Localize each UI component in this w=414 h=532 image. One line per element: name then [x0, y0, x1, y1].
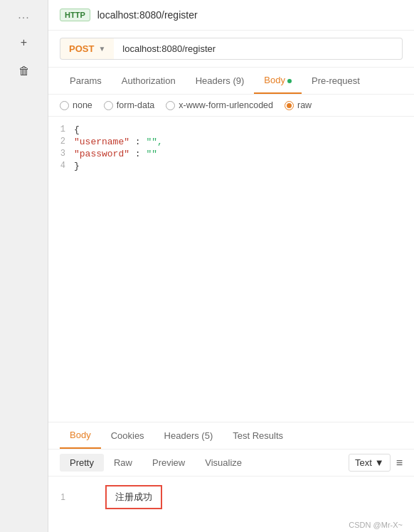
resp-tab-test-results[interactable]: Test Results — [223, 423, 293, 448]
radio-urlencoded-circle — [166, 101, 175, 110]
code-line-3: 3 "password" : "" — [48, 148, 414, 160]
resp-line-num: 1 — [48, 492, 74, 502]
url-input[interactable] — [114, 38, 403, 60]
request-tabs: Params Authorization Headers (9) Body Pr… — [48, 68, 414, 95]
radio-raw[interactable]: raw — [285, 100, 312, 110]
response-body: 1 注册成功 — [48, 477, 414, 518]
line-num-4: 4 — [48, 161, 74, 171]
line-num-1: 1 — [48, 124, 74, 134]
delete-icon[interactable]: 🗑 — [14, 61, 34, 81]
line-content-1: { — [74, 124, 414, 135]
text-format-select[interactable]: Text ▼ — [349, 454, 391, 472]
main-panel: HTTP localhost:8080/register POST ▼ Para… — [48, 0, 414, 532]
body-dot — [287, 79, 292, 83]
response-section: Body Cookies Headers (5) Test Results Pr… — [48, 422, 414, 532]
line-content-2: "username" : "", — [74, 137, 414, 147]
radio-formdata[interactable]: form-data — [104, 100, 155, 110]
radio-urlencoded[interactable]: x-www-form-urlencoded — [166, 100, 273, 110]
line-content-3: "password" : "" — [74, 149, 414, 159]
tab-body[interactable]: Body — [254, 68, 302, 94]
code-editor[interactable]: 1 { 2 "username" : "", 3 "password" : ""… — [48, 117, 414, 273]
sidebar: ··· + 🗑 — [0, 0, 48, 532]
key-username: "username" — [74, 137, 129, 147]
http-badge: HTTP — [60, 9, 90, 21]
text-format-label: Text — [355, 457, 372, 468]
spacer — [48, 273, 414, 422]
line-content-4: } — [74, 161, 414, 171]
resp-tab-body[interactable]: Body — [60, 422, 101, 449]
response-line: 1 注册成功 — [48, 482, 414, 512]
add-icon[interactable]: + — [14, 33, 34, 53]
line-num-3: 3 — [48, 149, 74, 159]
tab-prerequest[interactable]: Pre-request — [302, 68, 370, 93]
radio-formdata-circle — [104, 101, 113, 110]
tab-params[interactable]: Params — [60, 68, 112, 93]
radio-raw-circle — [285, 101, 294, 110]
resp-tab-headers[interactable]: Headers (5) — [154, 423, 223, 448]
view-type-row: Pretty Raw Preview Visualize Text ▼ ≡ — [48, 449, 414, 477]
key-password: "password" — [74, 149, 129, 159]
radio-none-circle — [60, 101, 69, 110]
method-chevron: ▼ — [98, 45, 105, 53]
radio-none[interactable]: none — [60, 100, 92, 110]
code-line-1: 1 { — [48, 124, 414, 136]
tab-headers[interactable]: Headers (9) — [186, 68, 255, 93]
view-btn-preview[interactable]: Preview — [142, 454, 195, 472]
view-btn-pretty[interactable]: Pretty — [60, 454, 104, 472]
tab-authorization[interactable]: Authorization — [112, 68, 186, 93]
url-display: localhost:8080/register — [97, 9, 198, 21]
url-bar: HTTP localhost:8080/register — [48, 0, 414, 31]
view-btn-visualize[interactable]: Visualize — [195, 454, 252, 472]
response-tabs: Body Cookies Headers (5) Test Results — [48, 422, 414, 449]
body-type-row: none form-data x-www-form-urlencoded raw — [48, 95, 414, 117]
view-btn-raw[interactable]: Raw — [104, 454, 142, 472]
text-format-chevron: ▼ — [375, 457, 384, 468]
request-row: POST ▼ — [48, 31, 414, 68]
resp-tab-cookies[interactable]: Cookies — [101, 423, 154, 448]
code-line-2: 2 "username" : "", — [48, 136, 414, 148]
line-num-2: 2 — [48, 137, 74, 147]
watermark: CSDN @Mr-X~ — [48, 518, 414, 532]
wrap-icon[interactable]: ≡ — [396, 457, 403, 469]
method-selector[interactable]: POST ▼ — [60, 38, 114, 60]
response-content: 注册成功 — [105, 485, 162, 509]
method-label: POST — [69, 43, 94, 54]
code-line-4: 4 } — [48, 160, 414, 172]
sidebar-dots: ··· — [18, 11, 29, 24]
